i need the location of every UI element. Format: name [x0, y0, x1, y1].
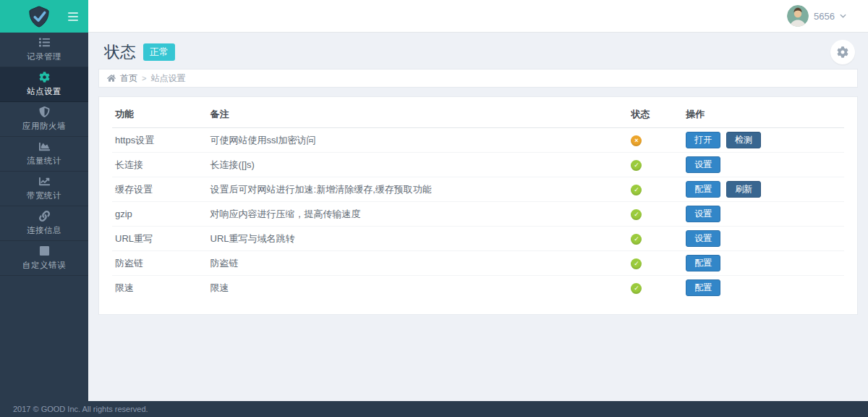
feature-cell: URL重写 — [112, 227, 208, 251]
feature-cell: 缓存设置 — [112, 177, 208, 202]
settings-gear-button[interactable] — [830, 40, 855, 64]
sidebar-item-traffic-stats[interactable]: 流量统计 — [0, 137, 88, 172]
status-ok-icon: ✓ — [631, 258, 642, 269]
feature-cell: 限速 — [112, 276, 208, 300]
remark-cell: 防盗链 — [208, 251, 629, 276]
configure-button[interactable]: 配置 — [686, 255, 720, 271]
page-header: 状态 正常 — [98, 37, 858, 67]
sidebar-item-label: 连接信息 — [27, 225, 61, 236]
sidebar-item-label: 站点设置 — [27, 86, 61, 97]
status-cell: ✓ — [628, 276, 683, 300]
sidebar-item-records-management[interactable]: 记录管理 — [0, 33, 88, 67]
actions-cell: 设置 — [683, 227, 844, 251]
topbar: 5656 — [88, 0, 868, 33]
status-cell: ✓ — [628, 227, 683, 251]
status-ok-icon: ✓ — [631, 209, 642, 220]
configure-button[interactable]: 配置 — [686, 181, 720, 198]
content: 状态 正常 首页 > 站点设置 功能 — [88, 33, 868, 401]
sidebar-item-label: 自定义错误 — [22, 260, 66, 271]
list-icon — [39, 37, 50, 48]
sidebar-nav: 记录管理 站点设置 应用防火墙 流量统计 带宽统计 连接信息 自定义错误 — [0, 33, 88, 276]
home-icon[interactable] — [107, 74, 116, 83]
feature-cell: 长连接 — [112, 153, 208, 177]
sidebar-item-app-firewall[interactable]: 应用防火墙 — [0, 102, 88, 137]
copyright-text: 2017 © GOOD Inc. All rights reserved. — [13, 405, 148, 413]
shield-icon — [39, 106, 50, 117]
table-row: URL重写 URL重写与域名跳转 ✓ 设置 — [112, 227, 844, 251]
detect-button[interactable]: 检测 — [726, 132, 761, 148]
table-row: 长连接 长连接([]s) ✓ 设置 — [112, 153, 844, 177]
feature-cell: 防盗链 — [112, 251, 208, 276]
status-ok-icon: ✓ — [631, 283, 642, 294]
page-title: 状态 — [104, 41, 136, 63]
link-icon — [39, 211, 50, 222]
breadcrumb-home-link[interactable]: 首页 — [120, 72, 137, 85]
settings-button[interactable]: 设置 — [686, 230, 720, 247]
status-ok-icon: ✓ — [631, 160, 642, 171]
status-cell: × — [628, 128, 683, 153]
line-chart-icon — [39, 176, 50, 187]
table-row: 限速 限速 ✓ 配置 — [112, 276, 844, 300]
refresh-button[interactable]: 刷新 — [726, 181, 761, 198]
actions-cell: 配置 — [683, 276, 844, 300]
feature-cell: gzip — [112, 202, 208, 227]
footer: 2017 © GOOD Inc. All rights reserved. — [0, 401, 868, 417]
actions-cell: 配置刷新 — [683, 177, 844, 202]
actions-cell: 设置 — [683, 153, 844, 177]
breadcrumb-current: 站点设置 — [150, 72, 185, 85]
remark-cell: 可使网站使用ssl加密访问 — [208, 128, 629, 153]
brand — [0, 0, 88, 33]
sidebar-item-label: 应用防火墙 — [22, 121, 66, 132]
actions-cell: 打开检测 — [683, 128, 844, 153]
actions-cell: 设置 — [683, 202, 844, 227]
sidebar-item-label: 记录管理 — [27, 51, 61, 62]
status-ok-icon: ✓ — [631, 185, 642, 195]
user-avatar — [787, 5, 809, 27]
status-cell: ✓ — [628, 251, 683, 276]
menu-toggle-icon[interactable] — [67, 9, 80, 24]
app-root: 记录管理 站点设置 应用防火墙 流量统计 带宽统计 连接信息 自定义错误 — [0, 0, 868, 401]
col-header-status: 状态 — [628, 100, 683, 128]
main-area: 5656 状态 正常 首页 > 站点设置 — [88, 0, 868, 401]
status-badge: 正常 — [143, 43, 175, 61]
status-off-icon: × — [631, 135, 642, 146]
breadcrumb-separator: > — [142, 74, 146, 83]
col-header-remark: 备注 — [208, 100, 629, 128]
chevron-down-icon — [840, 14, 846, 18]
settings-button[interactable]: 设置 — [686, 156, 720, 173]
col-header-feature: 功能 — [112, 100, 208, 128]
sidebar-item-site-settings[interactable]: 站点设置 — [0, 67, 88, 102]
features-table: 功能 备注 状态 操作 https设置 可使网站使用ssl加密访问 × 打开检测… — [112, 100, 844, 300]
area-chart-icon — [39, 141, 50, 152]
username: 5656 — [814, 11, 835, 22]
sidebar: 记录管理 站点设置 应用防火墙 流量统计 带宽统计 连接信息 自定义错误 — [0, 0, 88, 401]
configure-button[interactable]: 配置 — [686, 279, 720, 296]
shield-logo-icon — [29, 6, 49, 28]
sidebar-item-label: 流量统计 — [27, 156, 61, 167]
feature-cell: https设置 — [112, 128, 208, 153]
sidebar-item-custom-errors[interactable]: 自定义错误 — [0, 241, 88, 276]
table-row: 缓存设置 设置后可对网站进行加速:新增清除缓存,缓存预取功能 ✓ 配置刷新 — [112, 177, 844, 202]
sidebar-item-bandwidth-stats[interactable]: 带宽统计 — [0, 172, 88, 206]
settings-button[interactable]: 设置 — [686, 206, 720, 222]
plus-square-icon — [39, 245, 50, 256]
remark-cell: 对响应内容进行压缩，提高传输速度 — [208, 202, 629, 227]
status-ok-icon: ✓ — [631, 234, 642, 245]
remark-cell: URL重写与域名跳转 — [208, 227, 629, 251]
open-button[interactable]: 打开 — [686, 132, 720, 148]
settings-table-card: 功能 备注 状态 操作 https设置 可使网站使用ssl加密访问 × 打开检测… — [98, 96, 858, 315]
actions-cell: 配置 — [683, 251, 844, 276]
breadcrumb: 首页 > 站点设置 — [98, 69, 858, 88]
remark-cell: 长连接([]s) — [208, 153, 629, 177]
user-menu[interactable]: 5656 — [787, 5, 846, 27]
gear-icon — [39, 72, 50, 83]
sidebar-item-label: 带宽统计 — [27, 190, 61, 201]
sidebar-item-connection-info[interactable]: 连接信息 — [0, 206, 88, 241]
status-cell: ✓ — [628, 177, 683, 202]
table-row: gzip 对响应内容进行压缩，提高传输速度 ✓ 设置 — [112, 202, 844, 227]
remark-cell: 设置后可对网站进行加速:新增清除缓存,缓存预取功能 — [208, 177, 629, 202]
status-cell: ✓ — [628, 153, 683, 177]
table-row: https设置 可使网站使用ssl加密访问 × 打开检测 — [112, 128, 844, 153]
status-cell: ✓ — [628, 202, 683, 227]
remark-cell: 限速 — [208, 276, 629, 300]
